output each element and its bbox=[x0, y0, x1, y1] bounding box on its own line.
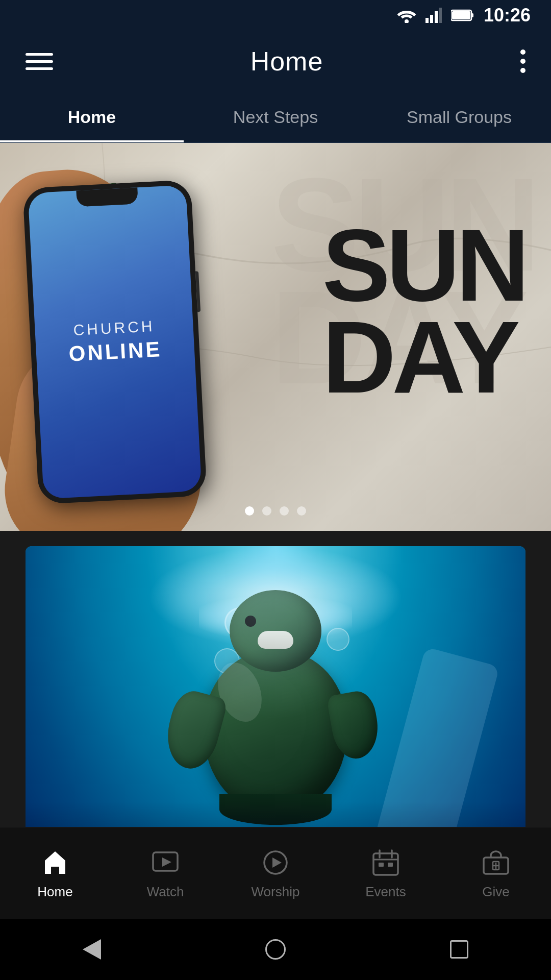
watch-icon bbox=[149, 846, 182, 879]
recents-square bbox=[450, 940, 468, 959]
menu-button[interactable] bbox=[26, 53, 53, 70]
duck-head bbox=[230, 590, 321, 672]
duck-beak bbox=[258, 631, 293, 649]
nav-item-home[interactable]: Home bbox=[0, 846, 110, 900]
svg-marker-9 bbox=[162, 857, 171, 867]
phone-screen: CHURCH ONLINE bbox=[28, 185, 202, 499]
svg-rect-16 bbox=[379, 863, 384, 867]
nav-item-give[interactable]: Give bbox=[441, 846, 551, 900]
sunday-main-text: SUNDAY bbox=[322, 219, 525, 403]
status-bar: 10:26 bbox=[0, 0, 551, 31]
bottom-navigation: Home Watch Worship bbox=[0, 827, 551, 919]
nav-item-worship[interactable]: Worship bbox=[220, 846, 331, 900]
header-title: Home bbox=[251, 46, 323, 77]
tab-small-groups[interactable]: Small Groups bbox=[367, 92, 551, 142]
give-icon bbox=[480, 846, 512, 879]
svg-rect-3 bbox=[435, 11, 438, 23]
android-navigation-bar bbox=[0, 919, 551, 980]
phone-notch bbox=[76, 187, 138, 207]
nav-label-watch: Watch bbox=[147, 884, 184, 900]
home-icon bbox=[39, 846, 71, 879]
nav-label-home: Home bbox=[37, 884, 72, 900]
duck-figure bbox=[204, 651, 347, 815]
android-home-button[interactable] bbox=[260, 934, 291, 965]
carousel-dot-2[interactable] bbox=[262, 506, 271, 516]
battery-icon bbox=[451, 9, 474, 21]
tab-next-steps[interactable]: Next Steps bbox=[184, 92, 367, 142]
android-back-button[interactable] bbox=[77, 934, 107, 965]
android-recents-button[interactable] bbox=[444, 934, 474, 965]
nav-item-watch[interactable]: Watch bbox=[110, 846, 220, 900]
svg-rect-12 bbox=[373, 853, 398, 875]
hero-image: CHURCH ONLINE SUNDAY SUNDAY bbox=[0, 143, 551, 531]
svg-rect-6 bbox=[471, 13, 473, 17]
home-circle bbox=[265, 939, 286, 960]
signal-icon bbox=[425, 8, 442, 23]
svg-rect-17 bbox=[388, 863, 393, 867]
duck-eye bbox=[245, 616, 256, 627]
svg-rect-1 bbox=[425, 18, 429, 23]
status-icons: 10:26 bbox=[397, 5, 531, 26]
status-time: 10:26 bbox=[484, 5, 531, 26]
nav-item-events[interactable]: Events bbox=[331, 846, 441, 900]
tab-navigation: Home Next Steps Small Groups bbox=[0, 92, 551, 143]
svg-marker-11 bbox=[272, 857, 282, 868]
worship-icon bbox=[259, 846, 292, 879]
events-icon bbox=[369, 846, 402, 879]
nav-label-worship: Worship bbox=[252, 884, 300, 900]
wifi-icon bbox=[397, 8, 416, 23]
nav-label-give: Give bbox=[482, 884, 509, 900]
back-triangle bbox=[83, 939, 101, 960]
svg-rect-7 bbox=[452, 11, 470, 19]
duck-body bbox=[204, 651, 347, 815]
tab-home[interactable]: Home bbox=[0, 92, 184, 142]
church-online-label: CHURCH ONLINE bbox=[67, 315, 162, 368]
carousel-dot-1[interactable] bbox=[245, 506, 254, 516]
phone-device: CHURCH ONLINE bbox=[22, 180, 207, 504]
more-options-button[interactable] bbox=[520, 50, 525, 73]
svg-point-0 bbox=[405, 19, 409, 23]
carousel-dots bbox=[245, 506, 306, 516]
hero-banner: CHURCH ONLINE SUNDAY SUNDAY bbox=[0, 143, 551, 531]
carousel-dot-4[interactable] bbox=[297, 506, 306, 516]
app-header: Home bbox=[0, 31, 551, 92]
nav-label-events: Events bbox=[365, 884, 406, 900]
svg-rect-2 bbox=[430, 15, 433, 23]
svg-rect-4 bbox=[439, 8, 442, 23]
carousel-dot-3[interactable] bbox=[280, 506, 289, 516]
